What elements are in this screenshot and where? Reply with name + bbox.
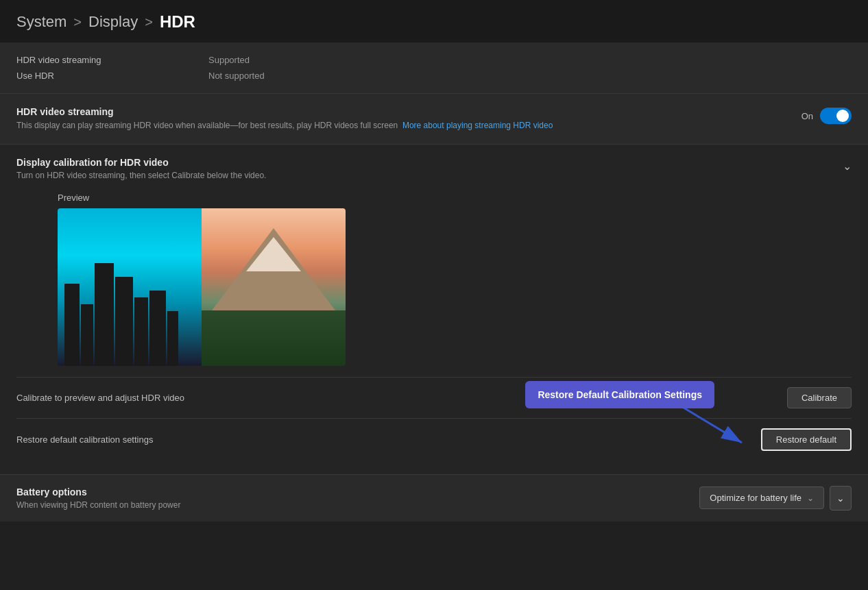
building-3 xyxy=(95,263,114,366)
status-label-usehdr: Use HDR xyxy=(16,71,154,81)
city-skyline xyxy=(58,263,202,366)
battery-dropdown-chevron-icon: ⌄ xyxy=(807,493,814,503)
hdr-streaming-desc: This display can play streaming HDR vide… xyxy=(16,120,801,132)
status-section: HDR video streaming Supported Use HDR No… xyxy=(0,42,868,94)
breadcrumb-sep2: > xyxy=(145,14,153,30)
hdr-streaming-desc-text: This display can play streaming HDR vide… xyxy=(16,121,398,130)
building-5 xyxy=(134,297,148,366)
battery-desc: When viewing HDR content on battery powe… xyxy=(16,500,699,510)
hdr-streaming-link[interactable]: More about playing streaming HDR video xyxy=(402,121,553,130)
battery-dropdown-value: Optimize for battery life xyxy=(710,493,801,503)
preview-container xyxy=(58,208,346,366)
battery-title: Battery options xyxy=(16,487,699,497)
battery-dropdown[interactable]: Optimize for battery life ⌄ xyxy=(699,487,824,509)
building-6 xyxy=(149,291,166,366)
building-1 xyxy=(64,284,80,366)
status-value-usehdr: Not supported xyxy=(208,71,265,81)
status-value-streaming: Supported xyxy=(208,55,250,65)
tooltip-text: Restore Default Calibration Settings xyxy=(538,389,702,400)
hdr-streaming-section: HDR video streaming This display can pla… xyxy=(0,94,868,145)
calibration-subtitle: Turn on HDR video streaming, then select… xyxy=(16,171,266,180)
hdr-streaming-title: HDR video streaming xyxy=(16,106,801,117)
battery-info: Battery options When viewing HDR content… xyxy=(16,487,699,510)
preview-mountain xyxy=(202,208,346,366)
calibration-chevron-icon: ⌄ xyxy=(843,160,852,173)
breadcrumb-sep1: > xyxy=(73,14,82,30)
breadcrumb-system[interactable]: System xyxy=(16,13,67,31)
battery-control: Optimize for battery life ⌄ ⌄ xyxy=(699,486,852,511)
tree-line xyxy=(202,310,346,366)
building-2 xyxy=(81,304,93,366)
restore-text: Restore default calibration settings xyxy=(16,434,153,445)
expand-chevron-icon: ⌄ xyxy=(836,493,845,504)
status-label-streaming: HDR video streaming xyxy=(16,55,154,65)
building-4 xyxy=(115,277,133,366)
mountain-snow xyxy=(246,237,301,271)
breadcrumb-hdr: HDR xyxy=(160,12,195,32)
status-row-streaming: HDR video streaming Supported xyxy=(16,52,852,68)
calibrate-button[interactable]: Calibrate xyxy=(787,387,852,408)
hdr-toggle-area: On xyxy=(801,108,852,124)
battery-expand-button[interactable]: ⌄ xyxy=(830,486,852,511)
breadcrumb-bar: System > Display > HDR xyxy=(0,0,868,42)
breadcrumb-display[interactable]: Display xyxy=(88,13,138,31)
hdr-streaming-info: HDR video streaming This display can pla… xyxy=(16,106,801,132)
restore-row: Restore default calibration settings Res… xyxy=(16,418,852,460)
hdr-toggle-switch[interactable] xyxy=(820,108,852,124)
battery-section: Battery options When viewing HDR content… xyxy=(0,475,868,521)
preview-city xyxy=(58,208,202,366)
tooltip-callout: Restore Default Calibration Settings xyxy=(525,381,714,408)
building-7 xyxy=(167,311,178,366)
toggle-on-label: On xyxy=(801,111,813,121)
status-row-usehdr: Use HDR Not supported xyxy=(16,68,852,84)
restore-default-button[interactable]: Restore default xyxy=(761,428,852,451)
calibration-header[interactable]: Display calibration for HDR video Turn o… xyxy=(0,145,868,193)
calibration-body: Preview Calibrate xyxy=(0,193,868,474)
calibration-section: Display calibration for HDR video Turn o… xyxy=(0,145,868,475)
calibration-title: Display calibration for HDR video xyxy=(16,157,266,168)
preview-label: Preview xyxy=(58,193,852,203)
calibrate-text: Calibrate to preview and adjust HDR vide… xyxy=(16,393,184,403)
calibration-header-text: Display calibration for HDR video Turn o… xyxy=(16,157,266,180)
